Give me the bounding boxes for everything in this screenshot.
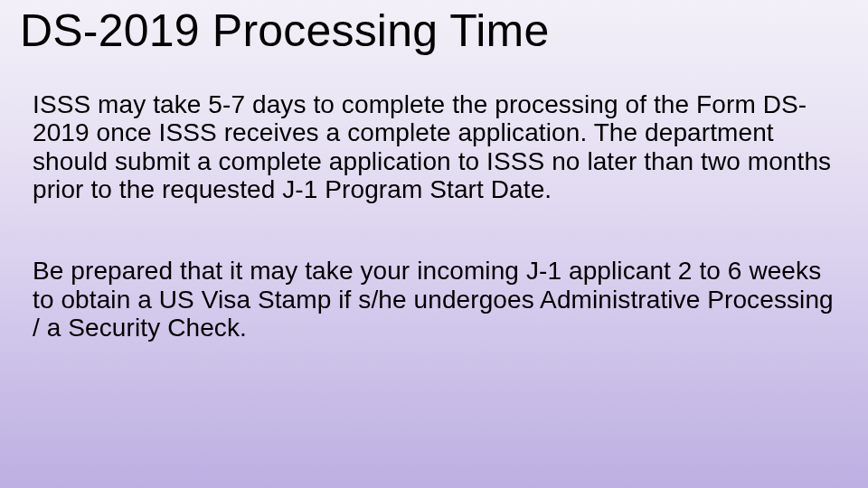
paragraph-1: ISSS may take 5-7 days to complete the p… <box>33 90 835 205</box>
slide-body: ISSS may take 5-7 days to complete the p… <box>20 90 843 343</box>
slide-container: DS-2019 Processing Time ISSS may take 5-… <box>0 0 868 488</box>
slide-title: DS-2019 Processing Time <box>20 5 843 58</box>
paragraph-2: Be prepared that it may take your incomi… <box>33 257 835 343</box>
